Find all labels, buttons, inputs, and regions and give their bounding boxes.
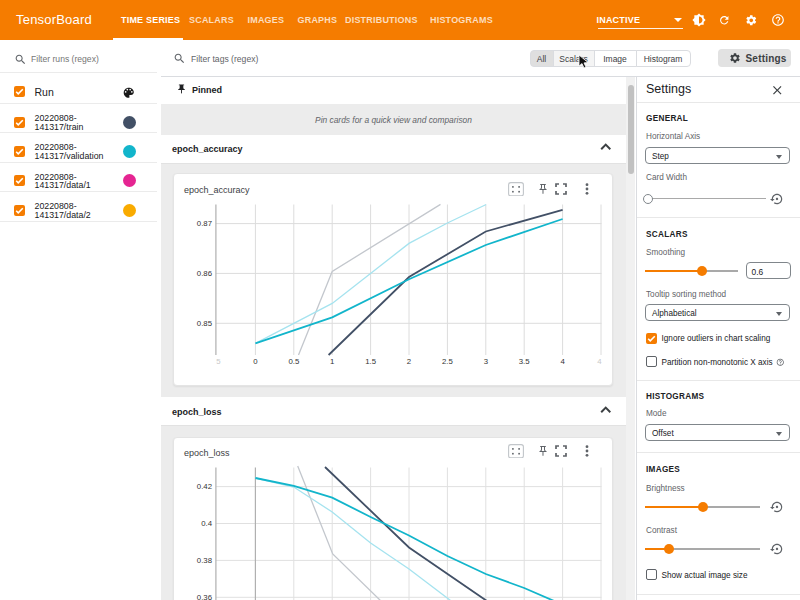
svg-text:0.42: 0.42 (197, 482, 212, 491)
svg-text:0: 0 (253, 357, 258, 366)
svg-text:1.5: 1.5 (365, 357, 377, 366)
svg-text:4: 4 (560, 357, 565, 366)
svg-text:5: 5 (216, 357, 221, 366)
svg-text:1: 1 (330, 357, 334, 366)
svg-text:4: 4 (597, 357, 602, 366)
svg-text:2: 2 (407, 357, 411, 366)
svg-text:0.38: 0.38 (197, 556, 212, 565)
svg-text:0.4: 0.4 (201, 519, 213, 528)
svg-text:0.86: 0.86 (197, 269, 212, 278)
svg-text:2.5: 2.5 (442, 357, 454, 366)
svg-text:3: 3 (484, 357, 488, 366)
svg-text:0.87: 0.87 (197, 219, 212, 228)
svg-text:0.5: 0.5 (288, 357, 300, 366)
svg-text:0.36: 0.36 (197, 593, 212, 600)
svg-text:0.85: 0.85 (197, 319, 213, 328)
svg-text:3.5: 3.5 (519, 357, 531, 366)
